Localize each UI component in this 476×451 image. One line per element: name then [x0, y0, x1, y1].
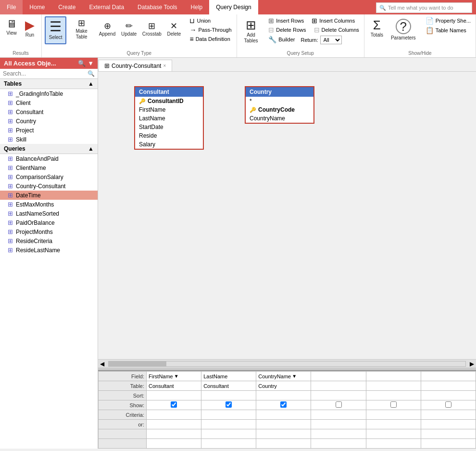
tab-country-consultant[interactable]: ⊞ Country-Consultant ×	[98, 60, 172, 71]
sidebar-item-client[interactable]: ⊞ Client	[0, 98, 98, 107]
sidebar-item-country-consultant[interactable]: ⊞ Country-Consultant	[0, 181, 98, 191]
tab-home[interactable]: Home	[23, 0, 51, 14]
grid-cell-criteria-1[interactable]	[147, 410, 201, 420]
sidebar-item-gradingtable[interactable]: ⊞ _GradingInfoTable	[0, 89, 98, 98]
sidebar-item-skill[interactable]: ⊞ Skill	[0, 135, 98, 144]
grid-cell-criteria-4[interactable]	[311, 410, 366, 420]
sidebar-item-residecriteria[interactable]: ⊞ ResideCriteria	[0, 236, 98, 245]
show-checkbox-5[interactable]	[390, 401, 397, 408]
grid-cell-sort-3[interactable]	[256, 391, 311, 400]
grid-cell-show-2[interactable]	[201, 400, 256, 410]
crosstab-button[interactable]: ⊞ Crosstab	[140, 16, 163, 42]
sidebar-item-datetime[interactable]: ⊞ DateTime	[0, 191, 98, 200]
builder-button[interactable]: 🔧 Builder	[266, 35, 297, 44]
sidebar-item-country[interactable]: ⊞ Country	[0, 116, 98, 126]
sidebar-item-balanceandpaid[interactable]: ⊞ BalanceAndPaid	[0, 154, 98, 163]
scrollbar-thumb[interactable]	[109, 361, 166, 366]
show-checkbox-2[interactable]	[225, 401, 232, 408]
view-button[interactable]: 🖥 View	[3, 16, 20, 39]
sidebar-menu-icon[interactable]: ▼	[88, 60, 94, 67]
table-names-button[interactable]: 📋 Table Names	[424, 26, 473, 35]
grid-cell-sort-6[interactable]	[421, 391, 476, 400]
field-dropdown-1[interactable]: FirstName ▼	[149, 374, 199, 379]
make-table-button[interactable]: ⊞ Make Table	[67, 16, 96, 42]
sidebar-search-icon[interactable]: 🔍	[78, 60, 86, 67]
sidebar-item-paidorbalance[interactable]: ⊞ PaidOrBalance	[0, 218, 98, 227]
grid-cell-criteria-6[interactable]	[421, 410, 476, 420]
add-tables-button[interactable]: ⊞ Add Tables	[240, 16, 263, 46]
update-button[interactable]: ✏ Update	[119, 16, 139, 42]
sidebar-tables-section[interactable]: Tables ▲	[0, 79, 98, 89]
delete-columns-button[interactable]: ⊟ Delete Columns	[312, 26, 361, 34]
tab-close-button[interactable]: ×	[163, 63, 166, 68]
show-checkbox-4[interactable]	[336, 401, 342, 408]
grid-cell-or-2[interactable]	[201, 420, 256, 429]
parameters-button[interactable]: ? Parameters	[388, 16, 419, 43]
grid-cell-extra2-1[interactable]	[147, 439, 201, 449]
grid-cell-criteria-3[interactable]	[256, 410, 311, 420]
append-button[interactable]: ⊕ Append	[97, 16, 118, 42]
scrollbar-track[interactable]	[108, 361, 466, 367]
tab-create[interactable]: Create	[51, 0, 82, 14]
grid-cell-field-6[interactable]	[421, 372, 476, 381]
grid-cell-extra2-5[interactable]	[366, 439, 421, 449]
grid-cell-table-2[interactable]: Consultant	[201, 381, 256, 391]
grid-cell-show-1[interactable]	[147, 400, 201, 410]
grid-cell-field-3[interactable]: CountryName ▼	[256, 372, 311, 381]
sidebar-item-residelastname[interactable]: ⊞ ResideLastName	[0, 245, 98, 255]
grid-cell-or-1[interactable]	[147, 420, 201, 429]
grid-cell-extra1-2[interactable]	[201, 429, 256, 439]
sidebar-item-comparisonsalary[interactable]: ⊞ ComparisonSalary	[0, 172, 98, 181]
grid-cell-table-1[interactable]: Consultant	[147, 381, 201, 391]
grid-cell-table-4[interactable]	[311, 381, 366, 391]
grid-cell-extra1-3[interactable]	[256, 429, 311, 439]
pass-through-button[interactable]: → Pass-Through	[188, 26, 233, 34]
delete-button[interactable]: ✕ Delete	[164, 16, 183, 42]
sidebar-search-input[interactable]	[3, 70, 86, 77]
scroll-left-arrow[interactable]: ◀	[98, 361, 106, 367]
grid-cell-field-5[interactable]	[366, 372, 421, 381]
tab-help[interactable]: Help	[184, 0, 210, 14]
union-button[interactable]: ⊔ Union	[188, 16, 233, 25]
grid-cell-sort-4[interactable]	[311, 391, 366, 400]
tab-query-design[interactable]: Query Design	[209, 0, 258, 14]
data-definition-button[interactable]: ≡ Data Definition	[188, 35, 233, 43]
grid-cell-field-2[interactable]: LastName	[201, 372, 256, 381]
grid-cell-or-4[interactable]	[311, 420, 366, 429]
grid-cell-sort-1[interactable]	[147, 391, 201, 400]
grid-cell-show-4[interactable]	[311, 400, 366, 410]
dropdown-arrow-3[interactable]: ▼	[292, 374, 297, 379]
insert-columns-button[interactable]: ⊞ Insert Columns	[310, 16, 357, 25]
tab-file[interactable]: File	[0, 0, 23, 14]
grid-cell-or-5[interactable]	[366, 420, 421, 429]
sidebar-item-projectmonths[interactable]: ⊞ ProjectMonths	[0, 227, 98, 236]
tab-external-data[interactable]: External Data	[82, 0, 131, 14]
grid-cell-table-6[interactable]	[421, 381, 476, 391]
sidebar-item-clientname[interactable]: ⊞ ClientName	[0, 163, 98, 172]
scroll-right-arrow[interactable]: ▶	[468, 361, 476, 367]
property-sheet-button[interactable]: 📄 Property She...	[424, 16, 473, 25]
sidebar-search-btn[interactable]: 🔍	[88, 70, 95, 77]
show-checkbox-3[interactable]	[280, 401, 287, 408]
run-button[interactable]: ▶ Run	[21, 16, 38, 40]
dropdown-arrow-1[interactable]: ▼	[174, 374, 179, 379]
return-select[interactable]: All 5 25 100	[320, 36, 342, 44]
totals-button[interactable]: Σ Totals	[367, 16, 387, 40]
grid-cell-extra1-5[interactable]	[366, 429, 421, 439]
grid-cell-show-3[interactable]	[256, 400, 311, 410]
sidebar-item-estmaxmonths[interactable]: ⊞ EstMaxMonths	[0, 200, 98, 209]
grid-cell-extra2-4[interactable]	[311, 439, 366, 449]
select-button[interactable]: ☰ Select	[45, 16, 66, 44]
grid-cell-table-3[interactable]: Country	[256, 381, 311, 391]
show-checkbox-6[interactable]	[445, 401, 451, 408]
insert-rows-button[interactable]: ⊞ Insert Rows	[266, 16, 306, 25]
grid-cell-table-5[interactable]	[366, 381, 421, 391]
grid-cell-extra1-4[interactable]	[311, 429, 366, 439]
grid-cell-or-3[interactable]	[256, 420, 311, 429]
delete-rows-button[interactable]: ⊟ Delete Rows	[266, 26, 308, 34]
grid-cell-extra1-1[interactable]	[147, 429, 201, 439]
grid-cell-criteria-5[interactable]	[366, 410, 421, 420]
grid-cell-sort-2[interactable]	[201, 391, 256, 400]
sidebar-queries-section[interactable]: Queries ▲	[0, 144, 98, 154]
tab-database-tools[interactable]: Database Tools	[131, 0, 184, 14]
